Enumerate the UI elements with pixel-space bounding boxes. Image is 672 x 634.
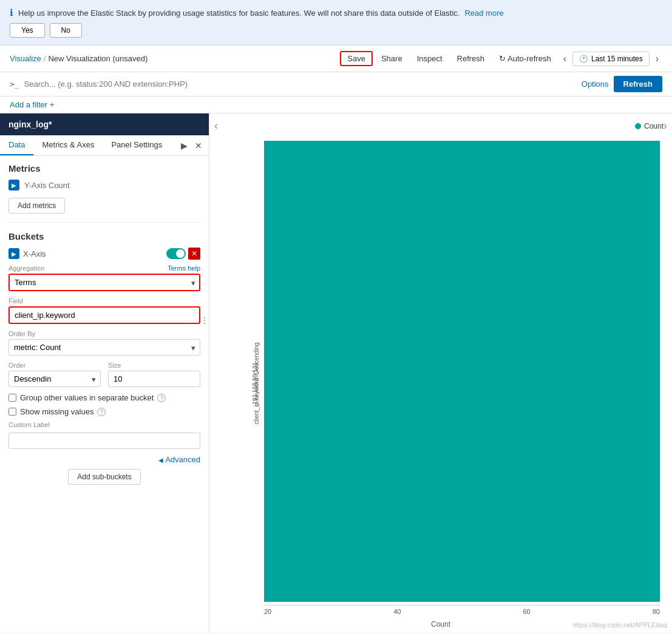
inspect-button[interactable]: Inspect: [411, 52, 449, 66]
nav-actions: Save Share Inspect Refresh ↻Auto-refresh…: [340, 51, 662, 66]
add-sub-buckets-button[interactable]: Add sub-buckets: [68, 469, 140, 485]
left-panel: nginx_log* Data Metrics & Axes Panel Set…: [0, 113, 209, 632]
legend-label: Count: [644, 122, 664, 130]
order-by-label: Order By: [8, 330, 200, 337]
usage-banner: ℹ Help us improve the Elastic Stack by p…: [0, 0, 672, 46]
order-by-select[interactable]: metric: Count Alphabetical: [8, 339, 200, 356]
chart-bar: [264, 141, 660, 602]
info-icon: ℹ: [10, 7, 13, 18]
panel-content: Metrics ▶ Y-Axis Count Add metrics Bucke…: [0, 156, 209, 492]
panel-tabs: Data Metrics & Axes Panel Settings ▶ ✕: [0, 135, 209, 156]
auto-refresh-icon: ↻: [499, 54, 506, 63]
show-missing-label: Show missing values: [20, 407, 93, 416]
bucket-row: ▶ X-Axis ✕: [8, 248, 200, 260]
aggregation-select-wrapper: Terms Histogram Date Histogram Range: [8, 274, 200, 291]
metric-expand-button[interactable]: ▶: [8, 180, 19, 191]
field-label: Field: [8, 297, 200, 305]
visualize-link[interactable]: Visualize: [10, 54, 41, 63]
run-button[interactable]: ▶: [178, 139, 191, 152]
time-prev-button[interactable]: ‹: [560, 52, 570, 66]
share-button[interactable]: Share: [375, 52, 409, 66]
breadcrumb: Visualize / New Visualization (unsaved): [10, 54, 330, 63]
custom-label-title: Custom Label: [8, 421, 200, 428]
chart-prev-button[interactable]: ‹: [214, 120, 218, 132]
show-missing-checkbox[interactable]: [8, 408, 16, 416]
chart-watermark: https://blog.csdn.net/APPLEbaq: [573, 621, 667, 629]
aggregation-label: Aggregation Terms help: [8, 265, 200, 272]
order-col: Order Descendin Ascending: [8, 362, 101, 387]
x-tick-0: 20: [264, 608, 271, 615]
breadcrumb-separator: /: [44, 54, 46, 63]
bucket-expand-button[interactable]: ▶: [8, 248, 19, 259]
x-tick-1: 40: [393, 608, 401, 615]
buckets-section-title: Buckets: [8, 231, 200, 241]
show-missing-row: Show missing values ?: [8, 407, 200, 416]
order-size-row: Order Descendin Ascending Size 10: [8, 362, 200, 387]
order-label: Order: [8, 362, 101, 369]
yes-button[interactable]: Yes: [10, 23, 45, 38]
options-button[interactable]: Options: [582, 79, 609, 89]
x-axis-label: Count: [431, 620, 450, 629]
size-input[interactable]: 10: [108, 371, 200, 387]
group-other-checkbox[interactable]: [8, 394, 16, 402]
order-by-row: Order By metric: Count Alphabetical: [8, 330, 200, 356]
save-button[interactable]: Save: [340, 51, 373, 66]
legend-color-dot: [635, 123, 641, 129]
order-by-select-wrapper: metric: Count Alphabetical: [8, 339, 200, 356]
chart-container: client_ip.keyword: Descending 192.168.59…: [209, 135, 672, 632]
bucket-delete-button[interactable]: ✕: [188, 248, 200, 260]
metric-arrow-icon: ▶: [12, 182, 16, 189]
field-row: Field client_ip.keyword @timestamp statu…: [8, 297, 200, 324]
search-input[interactable]: [24, 79, 577, 89]
main-layout: nginx_log* Data Metrics & Axes Panel Set…: [0, 113, 672, 632]
custom-label-section: Custom Label: [8, 421, 200, 449]
index-name: nginx_log*: [0, 113, 209, 135]
chart-legend: Count: [635, 122, 664, 130]
search-prefix: >_: [10, 79, 19, 89]
show-missing-help-icon[interactable]: ?: [97, 408, 106, 416]
search-bar: >_ Options Refresh: [0, 72, 672, 96]
add-filter-button[interactable]: Add a filter +: [10, 100, 54, 109]
bucket-toggle-button[interactable]: [166, 248, 186, 259]
top-nav: Visualize / New Visualization (unsaved) …: [0, 46, 672, 72]
field-select[interactable]: client_ip.keyword @timestamp status: [8, 306, 200, 324]
auto-refresh-button[interactable]: ↻Auto-refresh: [493, 52, 557, 66]
metric-label: Y-Axis Count: [24, 181, 70, 190]
x-axis-label: X-Axis: [23, 249, 46, 258]
refresh-button[interactable]: Refresh: [614, 76, 662, 92]
no-button[interactable]: No: [50, 23, 82, 38]
time-picker-button[interactable]: 🕐 Last 15 minutes: [572, 52, 650, 66]
refresh-nav-button[interactable]: Refresh: [451, 52, 491, 66]
tab-metrics-axes[interactable]: Metrics & Axes: [33, 135, 103, 155]
order-select[interactable]: Descendin Ascending: [8, 371, 101, 387]
time-label: Last 15 minutes: [591, 55, 643, 63]
tab-data[interactable]: Data: [0, 135, 33, 155]
ip-label: 192.168.59.131: [252, 362, 259, 405]
aggregation-row: Aggregation Terms help Terms Histogram D…: [8, 265, 200, 291]
metric-row: ▶ Y-Axis Count: [8, 180, 200, 191]
current-page-title: New Visualization (unsaved): [48, 54, 148, 63]
read-more-link[interactable]: Read more: [464, 8, 503, 18]
field-options-icon[interactable]: ⋮: [200, 315, 209, 325]
terms-help-link[interactable]: Terms help: [168, 265, 200, 272]
advanced-link[interactable]: Advanced: [158, 455, 200, 464]
bucket-arrow-icon: ▶: [12, 251, 16, 257]
field-select-wrapper: client_ip.keyword @timestamp status ⋮: [8, 306, 200, 324]
clock-icon: 🕐: [579, 55, 588, 63]
x-axis-ticks: 20 40 60 80: [264, 605, 660, 615]
chart-next-button[interactable]: ›: [664, 120, 667, 132]
group-other-help-icon[interactable]: ?: [157, 394, 166, 402]
close-panel-button[interactable]: ✕: [192, 139, 205, 152]
tab-panel-settings[interactable]: Panel Settings: [103, 135, 171, 155]
banner-text: Help us improve the Elastic Stack by pro…: [18, 8, 460, 18]
x-tick-3: 80: [653, 608, 660, 615]
add-metrics-button[interactable]: Add metrics: [8, 198, 65, 214]
x-tick-2: 60: [523, 608, 531, 615]
custom-label-input[interactable]: [8, 433, 200, 449]
aggregation-select[interactable]: Terms Histogram Date Histogram Range: [8, 274, 200, 291]
group-other-label: Group other values in separate bucket: [20, 393, 154, 402]
time-next-button[interactable]: ›: [652, 52, 662, 66]
right-panel: ‹ Count › client_ip.keyword: Descending …: [209, 113, 672, 632]
size-col: Size 10: [108, 362, 200, 387]
filter-row: Add a filter +: [0, 96, 672, 113]
